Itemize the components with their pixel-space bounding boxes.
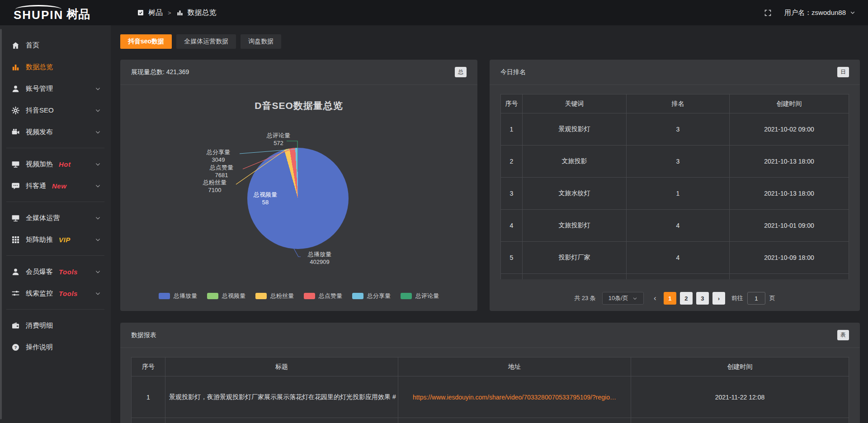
sidebar-item-douyin-seo[interactable]: 抖音SEO (0, 99, 111, 121)
monitor-icon (11, 160, 20, 169)
wallet-icon (11, 321, 20, 330)
sidebar-item-label: 数据总览 (26, 63, 53, 71)
breadcrumb-root[interactable]: 树品 (148, 8, 163, 18)
user-menu[interactable]: 用户名：zswodun88 (784, 9, 855, 17)
sidebar-item-label: 抖客通 (26, 182, 46, 190)
tab-2[interactable]: 询盘数据 (241, 34, 281, 49)
sidebar-item-douketong[interactable]: 抖客通 New (0, 175, 111, 197)
column-header: 创建时间 (631, 357, 849, 376)
report-panel-header: 数据报表 表 (120, 323, 860, 348)
tab-0[interactable]: 抖音seo数据 (120, 34, 172, 49)
user-icon (11, 268, 20, 276)
legend-swatch (255, 293, 267, 299)
sidebar-item-label: 首页 (26, 41, 39, 50)
sidebar-item-label: 账号管理 (26, 85, 53, 93)
logo-brand-en: SHUPIN (14, 8, 63, 22)
pie-label-likes: 总点赞量 7681 (201, 164, 242, 179)
page-size-select[interactable]: 10条/页 (602, 292, 644, 305)
legend-item[interactable]: 总分享量 (352, 292, 391, 300)
sidebar-item-consume-detail[interactable]: 消费明细 (0, 315, 111, 336)
breadcrumb-current[interactable]: 数据总览 (188, 8, 217, 18)
gear-icon (11, 106, 20, 115)
table-cell: 1 (501, 113, 523, 146)
logo-arc (15, 5, 61, 9)
svg-text:?: ? (14, 344, 17, 349)
video-icon (11, 128, 20, 136)
sidebar-item-member-baoke[interactable]: 会员爆客 Tools (0, 261, 111, 282)
legend-item[interactable]: 总点赞量 (304, 292, 342, 300)
sidebar-item-operation-guide[interactable]: ? 操作说明 (0, 336, 111, 358)
sidebar-item-media-operation[interactable]: 全媒体运营 (0, 207, 111, 229)
chevron-down-icon (95, 161, 101, 167)
sidebar-item-data-overview[interactable]: 数据总览 (0, 56, 111, 78)
legend-swatch (401, 293, 412, 299)
legend-item[interactable]: 总粉丝量 (255, 292, 294, 300)
sidebar-item-account-manage[interactable]: 账号管理 (0, 78, 111, 99)
table-cell: 文旅水纹灯 (523, 178, 627, 210)
page-button-3[interactable]: 3 (696, 292, 709, 305)
sidebar-item-video-heat[interactable]: 视频加热 Hot (0, 153, 111, 175)
question-icon: ? (11, 343, 20, 352)
sidebar-divider (6, 148, 104, 148)
prev-page-button[interactable]: ‹ (650, 292, 660, 305)
legend-item[interactable]: 总视频量 (207, 292, 245, 300)
pie-label-fans: 总粉丝量 7100 (194, 179, 235, 194)
sidebar-item-badge: Tools (59, 268, 78, 276)
pie-label-videos: 总视频量 58 (245, 191, 286, 206)
table-header-row: 序号关键词排名创建时间 (501, 94, 849, 113)
sidebar-item-home[interactable]: 首页 (0, 34, 111, 56)
table-cell: https://www.iesdouyin.com/share/video/70… (398, 376, 631, 418)
table-badge-button[interactable]: 表 (837, 330, 849, 340)
legend-item[interactable]: 总评论量 (401, 292, 439, 300)
next-page-button[interactable]: › (712, 292, 725, 305)
video-link[interactable]: https://www.iesdouyin.com/share/video/70… (413, 394, 616, 401)
breadcrumb-separator: > (168, 9, 171, 16)
table-cell: 3 (501, 178, 523, 210)
sidebar-item-label: 会员爆客 (26, 268, 53, 276)
chevron-down-icon (95, 269, 101, 275)
page-button-1[interactable]: 1 (664, 292, 676, 305)
sidebar-divider (6, 202, 104, 202)
main-content: 抖音seo数据全媒体运营数据询盘数据 展现量总数: 421,369 总 D音SE… (111, 25, 868, 423)
legend-label: 总视频量 (222, 292, 245, 300)
total-badge-button[interactable]: 总 (455, 67, 467, 77)
column-header: 序号 (132, 357, 165, 376)
day-badge-button[interactable]: 日 (837, 67, 849, 77)
pie-label-plays: 总播放量 402909 (301, 250, 339, 266)
goto-page: 前往 页 (731, 292, 775, 305)
fullscreen-icon[interactable] (764, 9, 772, 17)
table-cell: 2021-10-13 18:00 (730, 178, 849, 210)
sidebar-item-matrix-boost[interactable]: 矩阵助推 VIP (0, 229, 111, 250)
chevron-down-icon (95, 183, 101, 189)
overview-panel: 展现量总数: 421,369 总 D音SEO数据量总览 总评论量 (120, 60, 477, 311)
sidebar-item-label: 消费明细 (26, 321, 53, 330)
legend-label: 总评论量 (415, 292, 439, 300)
ranking-panel: 今日排名 日 序号关键词排名创建时间1景观投影灯32021-10-02 09:0… (490, 60, 860, 311)
legend-label: 总分享量 (367, 292, 391, 300)
sidebar: 首页 数据总览 账号管理 抖音SEO 视频发布 视频加热 Hot 抖客通 New (0, 25, 111, 423)
sidebar-item-badge: VIP (59, 236, 71, 244)
ranking-title: 今日排名 (500, 68, 526, 76)
column-header: 序号 (501, 94, 523, 113)
sidebar-scrollbar[interactable] (0, 29, 2, 419)
chevron-down-icon (632, 296, 637, 301)
sidebar-item-video-publish[interactable]: 视频发布 (0, 121, 111, 143)
legend-item[interactable]: 总播放量 (159, 292, 197, 300)
username-label: 用户名：zswodun88 (784, 9, 846, 17)
table-header-row: 序号标题地址创建时间 (132, 357, 849, 376)
chevron-down-icon (95, 108, 101, 113)
report-title: 数据报表 (131, 331, 156, 339)
sidebar-item-label: 视频发布 (26, 128, 53, 136)
page-button-2[interactable]: 2 (680, 292, 693, 305)
table-cell: 文旅投影灯 (523, 210, 627, 242)
sidebar-item-label: 操作说明 (26, 343, 53, 352)
display-icon (11, 214, 20, 222)
legend-label: 总点赞量 (319, 292, 342, 300)
goto-page-input[interactable] (747, 292, 765, 305)
chart-legend: 总播放量总视频量总粉丝量总点赞量总分享量总评论量 (120, 292, 477, 300)
table-cell: 文旅投影 (523, 146, 627, 178)
table-cell: 2021-10-01 09:00 (730, 210, 849, 242)
table-cell: 景观投影灯 (523, 113, 627, 146)
tab-1[interactable]: 全媒体运营数据 (176, 34, 236, 49)
sidebar-item-clue-monitor[interactable]: 线索监控 Tools (0, 282, 111, 304)
